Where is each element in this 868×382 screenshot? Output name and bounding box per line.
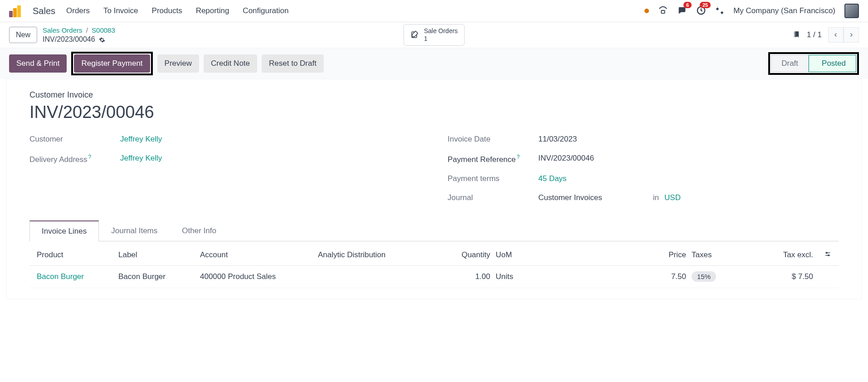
th-uom[interactable]: UoM	[490, 250, 545, 260]
tab-journal-items[interactable]: Journal Items	[99, 220, 170, 241]
reset-draft-button[interactable]: Reset to Draft	[262, 54, 324, 73]
info-col-right: Invoice Date 11/03/2023 Payment Referenc…	[448, 135, 839, 202]
th-product[interactable]: Product	[37, 250, 118, 260]
activities-icon[interactable]: 25	[696, 5, 706, 17]
status-bar: Draft Posted	[768, 54, 859, 73]
send-print-button[interactable]: Send & Print	[9, 54, 67, 73]
breadcrumb: Sales Orders / S00083 INV/2023/00046	[43, 26, 115, 44]
invoice-date-value[interactable]: 11/03/2023	[538, 135, 577, 144]
menu-orders[interactable]: Orders	[66, 6, 90, 15]
customer-label: Customer	[29, 135, 120, 144]
info-col-left: Customer Jeffrey Kelly Delivery Address?…	[29, 135, 420, 202]
th-account[interactable]: Account	[200, 250, 318, 260]
status-dot-icon[interactable]	[644, 9, 649, 13]
status-posted[interactable]: Posted	[809, 55, 856, 72]
activities-badge: 25	[700, 2, 711, 8]
menu-products[interactable]: Products	[152, 6, 182, 15]
form-content: Customer Invoice INV/2023/00046 Customer…	[6, 79, 862, 299]
cell-label[interactable]: Bacon Burger	[118, 272, 200, 281]
table-row[interactable]: Bacon Burger Bacon Burger 400000 Product…	[29, 266, 839, 288]
doc-type-label: Customer Invoice	[29, 90, 839, 100]
menu-to-invoice[interactable]: To Invoice	[103, 6, 138, 15]
phone-icon[interactable]	[658, 5, 668, 17]
menu-reporting[interactable]: Reporting	[196, 6, 229, 15]
top-nav: Sales Orders To Invoice Products Reporti…	[0, 0, 868, 22]
sub-header: New Sales Orders / S00083 INV/2023/00046…	[0, 22, 868, 48]
main-menu: Orders To Invoice Products Reporting Con…	[66, 6, 288, 15]
status-draft[interactable]: Draft	[771, 55, 809, 72]
tab-invoice-lines[interactable]: Invoice Lines	[29, 220, 99, 241]
sale-orders-smart-button[interactable]: Sale Orders 1	[404, 24, 465, 46]
cell-taxes[interactable]: 15%	[686, 272, 731, 281]
gear-icon[interactable]	[99, 36, 105, 43]
svg-point-9	[828, 255, 829, 256]
invoice-date-label: Invoice Date	[448, 135, 538, 144]
pager-next-button[interactable]	[844, 27, 859, 43]
tools-icon[interactable]	[715, 6, 724, 16]
svg-rect-0	[661, 10, 664, 13]
journal-currency[interactable]: USD	[664, 193, 681, 202]
breadcrumb-root[interactable]: Sales Orders	[43, 26, 83, 34]
tabs: Invoice Lines Journal Items Other Info	[29, 220, 839, 241]
help-icon[interactable]: ?	[517, 154, 520, 160]
journal-value-wrap: Customer Invoices in USD	[538, 193, 681, 202]
delivery-label: Delivery Address?	[29, 154, 120, 164]
cell-uom[interactable]: Units	[490, 272, 545, 281]
columns-settings-icon[interactable]	[813, 250, 831, 260]
info-grid: Customer Jeffrey Kelly Delivery Address?…	[29, 135, 839, 202]
cell-price[interactable]: 7.50	[545, 272, 686, 281]
new-button[interactable]: New	[9, 27, 37, 43]
messages-badge: 6	[683, 2, 692, 8]
journal-value[interactable]: Customer Invoices	[538, 193, 602, 202]
cell-quantity[interactable]: 1.00	[436, 272, 490, 281]
credit-note-button[interactable]: Credit Note	[204, 54, 257, 73]
journal-in: in	[653, 193, 659, 202]
th-taxexcl[interactable]: Tax excl.	[731, 250, 813, 260]
payment-ref-value[interactable]: INV/2023/00046	[538, 154, 594, 164]
user-avatar[interactable]	[844, 4, 859, 18]
edit-icon	[410, 30, 419, 40]
menu-configuration[interactable]: Configuration	[243, 6, 288, 15]
th-quantity[interactable]: Quantity	[436, 250, 490, 260]
action-bar: Send & Print Register Payment Preview Cr…	[0, 48, 868, 79]
th-label[interactable]: Label	[118, 250, 200, 260]
table-header: Product Label Account Analytic Distribut…	[29, 245, 839, 266]
pager-prev-button[interactable]	[828, 27, 844, 43]
top-right-tray: 6 25 My Company (San Francisco)	[644, 4, 859, 18]
th-price[interactable]: Price	[545, 250, 686, 260]
smart-button-title: Sale Orders	[424, 27, 458, 35]
cell-product[interactable]: Bacon Burger	[37, 272, 118, 281]
journal-label: Journal	[448, 193, 538, 202]
breadcrumb-sep: /	[86, 26, 88, 34]
bookmark-icon[interactable]	[792, 29, 800, 41]
cell-settings	[813, 272, 831, 281]
pager-text[interactable]: 1 / 1	[807, 30, 822, 39]
cell-account[interactable]: 400000 Product Sales	[200, 272, 318, 281]
cell-analytic[interactable]	[318, 272, 436, 281]
tax-pill[interactable]: 15%	[692, 271, 716, 282]
delivery-value[interactable]: Jeffrey Kelly	[120, 154, 162, 164]
payment-terms-value[interactable]: 45 Days	[538, 174, 566, 183]
payment-ref-label-text: Payment Reference	[448, 155, 516, 164]
help-icon[interactable]: ?	[88, 154, 92, 160]
th-analytic[interactable]: Analytic Distribution	[318, 250, 436, 260]
cell-taxexcl: $ 7.50	[731, 272, 813, 281]
invoice-lines-table: Product Label Account Analytic Distribut…	[29, 245, 839, 288]
payment-terms-label: Payment terms	[448, 174, 538, 183]
customer-value[interactable]: Jeffrey Kelly	[120, 135, 162, 144]
svg-point-7	[826, 252, 828, 254]
tab-other-info[interactable]: Other Info	[170, 220, 229, 241]
payment-ref-label: Payment Reference?	[448, 154, 538, 164]
breadcrumb-record: INV/2023/00046	[43, 35, 95, 44]
smart-button-count: 1	[424, 35, 458, 43]
breadcrumb-order[interactable]: S00083	[92, 26, 115, 34]
register-payment-button[interactable]: Register Payment	[74, 54, 150, 73]
messages-icon[interactable]: 6	[677, 5, 687, 17]
app-name[interactable]: Sales	[33, 6, 55, 16]
preview-button[interactable]: Preview	[157, 54, 199, 73]
company-selector[interactable]: My Company (San Francisco)	[733, 6, 835, 15]
delivery-label-text: Delivery Address	[29, 155, 88, 164]
app-logo-icon[interactable]	[9, 5, 22, 17]
doc-title: INV/2023/00046	[29, 103, 839, 122]
th-taxes[interactable]: Taxes	[686, 250, 731, 260]
